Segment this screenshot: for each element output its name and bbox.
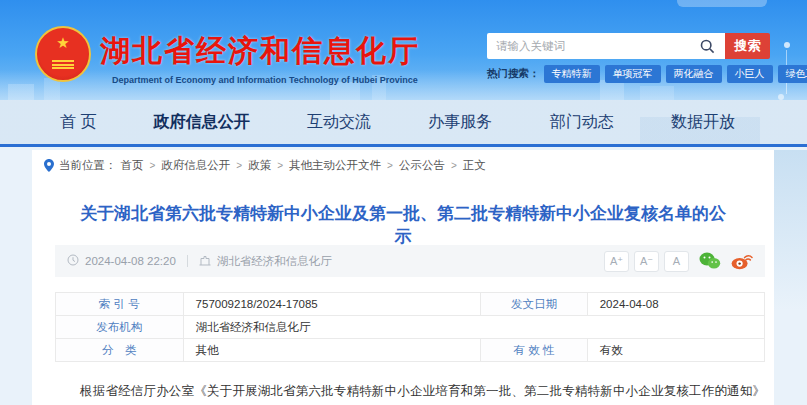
nav-services[interactable]: 办事服务 [428, 112, 492, 133]
source-icon [199, 252, 211, 270]
national-emblem-icon [35, 26, 91, 82]
hot-tag-xiaojuren[interactable]: 小巨人 [727, 65, 773, 83]
hot-search-row: 热门搜索： 专精特新 单项冠军 两化融合 小巨人 绿色工厂 [487, 64, 807, 83]
nav-gov-info-disclosure[interactable]: 政府信息公开 [154, 112, 250, 133]
article-body: 根据省经信厅办公室《关于开展湖北省第六批专精特新中小企业培育和第一批、第二批专精… [55, 381, 765, 405]
breadcrumb-home[interactable]: 首页 [121, 158, 144, 173]
validity-label: 有 效 性 [481, 339, 587, 362]
validity-value: 有效 [587, 339, 764, 362]
breadcrumb-separator: > [236, 160, 242, 171]
breadcrumb-separator: > [150, 160, 156, 171]
meta-divider [187, 255, 188, 267]
breadcrumb-prefix: 当前位置： [59, 158, 117, 173]
hot-tag-zhuanjingtexin[interactable]: 专精特新 [544, 65, 600, 83]
breadcrumb-current: 正文 [463, 158, 486, 173]
background-cityscape-decoration [773, 150, 807, 310]
breadcrumb-separator: > [387, 160, 393, 171]
breadcrumb-separator: > [277, 160, 283, 171]
page: 湖北省经济和信息化厅 Department of Economy and Inf… [0, 0, 807, 405]
main-area: 当前位置： 首页 > 政府信息公开 > 政策 > 其他主动公开文件 > 公示公告… [0, 150, 807, 405]
hot-tag-lvsegongchang[interactable]: 绿色工厂 [778, 65, 807, 83]
breadcrumb-gov-info[interactable]: 政府信息公开 [161, 158, 230, 173]
search-icon[interactable] [700, 39, 715, 54]
site-subtitle: Department of Economy and Information Te… [100, 72, 430, 89]
nav-open-data[interactable]: 数据开放 [671, 112, 735, 133]
category-label: 分 类 [56, 339, 184, 362]
site-header: 湖北省经济和信息化厅 Department of Economy and Inf… [0, 0, 807, 100]
font-decrease-button[interactable]: A⁻ [634, 251, 659, 272]
search-input[interactable] [487, 33, 725, 59]
document-info-table: 索 引 号 757009218/2024-17085 发文日期 2024-04-… [55, 292, 765, 362]
wechat-share-icon[interactable] [699, 252, 721, 270]
nav-department-news[interactable]: 部门动态 [550, 112, 614, 133]
publish-time: 2024-04-08 22:20 [85, 255, 176, 267]
index-number-label: 索 引 号 [56, 293, 184, 316]
index-number-value: 757009218/2024-17085 [183, 293, 481, 316]
issue-date-label: 发文日期 [481, 293, 587, 316]
search-button[interactable]: 搜索 [725, 33, 770, 59]
breadcrumb-policy[interactable]: 政策 [248, 158, 271, 173]
site-title: 湖北省经济和信息化厅 [100, 31, 540, 72]
content-card: 当前位置： 首页 > 政府信息公开 > 政策 > 其他主动公开文件 > 公示公告… [32, 150, 774, 405]
article-title: 关于湖北省第六批专精特新中小企业及第一批、第二批专精特新中小企业复核名单的公示 [72, 202, 734, 248]
meta-bar: 2024-04-08 22:20 湖北省经济和信息化厅 A⁺ A⁻ A [55, 245, 765, 277]
table-row: 发布机构 湖北省经济和信息化厅 [56, 316, 765, 339]
breadcrumb: 当前位置： 首页 > 政府信息公开 > 政策 > 其他主动公开文件 > 公示公告… [44, 158, 486, 173]
source-name: 湖北省经济和信息化厅 [217, 254, 332, 269]
location-pin-icon [44, 159, 54, 172]
issue-date-value: 2024-04-08 [587, 293, 764, 316]
font-increase-button[interactable]: A⁺ [604, 251, 629, 272]
publisher-value: 湖北省经济和信息化厅 [183, 316, 764, 339]
category-value: 其他 [183, 339, 481, 362]
nav-interaction[interactable]: 互动交流 [307, 112, 371, 133]
hot-search-label: 热门搜索： [487, 67, 540, 81]
clock-icon [67, 252, 79, 270]
font-default-button[interactable]: A [664, 251, 689, 272]
main-nav: 首 页 政府信息公开 互动交流 办事服务 部门动态 数据开放 [0, 100, 807, 147]
table-row: 索 引 号 757009218/2024-17085 发文日期 2024-04-… [56, 293, 765, 316]
breadcrumb-separator: > [451, 160, 457, 171]
publisher-label: 发布机构 [56, 316, 184, 339]
hot-tag-danxiangguanjun[interactable]: 单项冠军 [605, 65, 661, 83]
top-pill-decoration [677, 0, 767, 7]
breadcrumb-other-docs[interactable]: 其他主动公开文件 [289, 158, 381, 173]
table-row: 分 类 其他 有 效 性 有效 [56, 339, 765, 362]
nav-home[interactable]: 首 页 [60, 112, 96, 133]
breadcrumb-announcements[interactable]: 公示公告 [399, 158, 445, 173]
hot-tag-lianghuaronghe[interactable]: 两化融合 [666, 65, 722, 83]
circuit-decoration [784, 42, 790, 48]
weibo-share-icon[interactable] [731, 252, 753, 270]
